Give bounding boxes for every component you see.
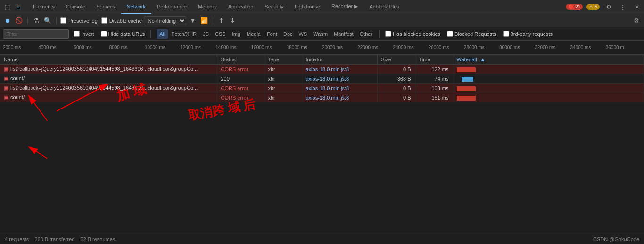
hide-data-urls-checkbox[interactable]	[101, 31, 107, 37]
disable-cache-label[interactable]: Disable cache	[101, 17, 142, 24]
tab-network[interactable]: Network	[121, 0, 151, 14]
search-icon[interactable]: 🔍	[43, 16, 52, 25]
row-initiator[interactable]: axios-18.0.min.js:8	[302, 74, 377, 84]
tab-performance[interactable]: Performance	[151, 0, 192, 14]
upload-icon[interactable]: ⬆	[217, 16, 226, 25]
timeline-label: 12000 ms	[180, 45, 215, 50]
tab-application[interactable]: Application	[223, 0, 259, 14]
type-img[interactable]: Img	[229, 29, 243, 39]
settings-right-icon[interactable]: ⚙	[632, 16, 641, 25]
has-blocked-label[interactable]: Has blocked cookies	[383, 29, 442, 39]
settings-icon[interactable]: ⚙	[603, 2, 614, 12]
col-name[interactable]: Name	[0, 55, 217, 65]
tab-bar-right: 🔴 21 ⚠ 5 ⚙ ⋮ ✕	[566, 2, 642, 12]
third-party-label[interactable]: 3rd-party requests	[501, 29, 554, 39]
row-initiator[interactable]: axios-18.0.min.js:8	[302, 93, 377, 102]
row-name-text: count/	[10, 94, 25, 100]
row-error-icon: ▣	[4, 85, 8, 91]
row-initiator[interactable]: axios-18.0.min.js:8	[302, 65, 377, 74]
type-manifest[interactable]: Manifest	[331, 29, 356, 39]
tab-adblock[interactable]: Adblock Plus	[363, 0, 405, 14]
blocked-requests-label[interactable]: Blocked Requests	[445, 29, 498, 39]
warning-icon: ⚠	[589, 4, 593, 9]
initiator-link[interactable]: axios-18.0.min.js:8	[306, 85, 349, 91]
row-name: ▣count/	[0, 93, 217, 102]
row-name-text: count/	[10, 76, 25, 81]
tab-memory[interactable]: Memory	[192, 0, 223, 14]
type-other[interactable]: Other	[357, 29, 376, 39]
record-icon[interactable]: ⏺	[3, 16, 12, 25]
invert-checkbox[interactable]	[74, 31, 80, 37]
disable-cache-checkbox[interactable]	[101, 17, 107, 24]
filter-bar: Invert Hide data URLs All Fetch/XHR JS C…	[0, 27, 644, 41]
tab-console[interactable]: Console	[60, 0, 91, 14]
more-icon[interactable]: ⋮	[618, 2, 628, 12]
type-doc[interactable]: Doc	[281, 29, 296, 39]
tab-security[interactable]: Security	[259, 0, 289, 14]
preserve-log-checkbox[interactable]	[60, 17, 66, 24]
col-size[interactable]: Size	[377, 55, 415, 65]
waterfall-bar	[457, 96, 476, 101]
col-initiator[interactable]: Initiator	[302, 55, 377, 65]
type-ws[interactable]: WS	[296, 29, 310, 39]
throttle-arrow-icon[interactable]: ▼	[188, 16, 198, 25]
type-js[interactable]: JS	[200, 29, 212, 39]
table-row[interactable]: ▣count/200xhraxios-18.0.min.js:8368 B74 …	[0, 74, 644, 84]
waterfall-bar	[462, 77, 473, 82]
clear-icon[interactable]: 🚫	[14, 16, 24, 25]
table-row[interactable]: ▣count/CORS errorxhraxios-18.0.min.js:80…	[0, 93, 644, 102]
tab-lighthouse[interactable]: Lighthouse	[289, 0, 326, 14]
tab-sources[interactable]: Sources	[91, 0, 121, 14]
close-icon[interactable]: ✕	[632, 2, 642, 12]
col-status[interactable]: Status	[217, 55, 264, 65]
preserve-log-label[interactable]: Preserve log	[60, 17, 98, 24]
filter-sep-2	[379, 30, 380, 38]
initiator-link[interactable]: axios-18.0.min.js:8	[306, 95, 349, 101]
type-css[interactable]: CSS	[212, 29, 229, 39]
third-party-checkbox[interactable]	[503, 31, 509, 37]
table-row[interactable]: ▣list?callback=jQuery1124003561040491544…	[0, 84, 644, 93]
tab-recorder[interactable]: Recorder ▶	[326, 0, 363, 14]
cursor-icon[interactable]: ⬚	[2, 2, 12, 12]
blocked-requests-checkbox[interactable]	[447, 31, 453, 37]
row-initiator[interactable]: axios-18.0.min.js:8	[302, 84, 377, 93]
has-blocked-checkbox[interactable]	[385, 31, 391, 37]
network-toolbar: ⏺ 🚫 ⚗ 🔍 Preserve log Disable cache No th…	[0, 14, 644, 27]
timeline-label: 34000 ms	[570, 45, 606, 50]
wifi-icon[interactable]: 📶	[199, 16, 209, 25]
timeline-label: 18000 ms	[287, 45, 322, 50]
table-header: Name Status Type Initiator Size Time Wat…	[0, 55, 644, 65]
mobile-icon[interactable]: 📱	[13, 2, 24, 12]
download-icon[interactable]: ⬇	[228, 16, 238, 25]
type-media[interactable]: Media	[244, 29, 264, 39]
initiator-link[interactable]: axios-18.0.min.js:8	[306, 67, 349, 72]
col-type[interactable]: Type	[264, 55, 302, 65]
network-table: Name Status Type Initiator Size Time Wat…	[0, 55, 644, 102]
timeline-label: 2000 ms	[3, 45, 38, 50]
row-waterfall	[453, 84, 644, 93]
type-font[interactable]: Font	[264, 29, 280, 39]
timeline-label: 30000 ms	[499, 45, 535, 50]
type-fetch[interactable]: Fetch/XHR	[168, 29, 199, 39]
col-time[interactable]: Time	[415, 55, 453, 65]
hide-data-urls-label[interactable]: Hide data URLs	[99, 29, 147, 39]
filter-icon[interactable]: ⚗	[32, 16, 41, 25]
type-filter: All Fetch/XHR JS CSS Img Media Font Doc …	[157, 29, 375, 39]
invert-label[interactable]: Invert	[72, 29, 96, 39]
throttle-select[interactable]: No throttling	[144, 16, 186, 25]
filter-input[interactable]	[3, 29, 69, 39]
third-party-text: 3rd-party requests	[511, 31, 553, 37]
col-waterfall[interactable]: Waterfall ▲	[453, 55, 644, 65]
type-all[interactable]: All	[157, 29, 168, 39]
row-status: CORS error	[217, 65, 264, 74]
error-icon: 🔴	[568, 4, 574, 9]
type-wasm[interactable]: Wasm	[310, 29, 330, 39]
timeline-label: 20000 ms	[322, 45, 357, 50]
table-row[interactable]: ▣list?callback=jQuery1124003561040491544…	[0, 65, 644, 74]
initiator-link[interactable]: axios-18.0.min.js:8	[306, 76, 349, 82]
tab-elements[interactable]: Elements	[27, 0, 60, 14]
row-waterfall	[453, 65, 644, 74]
network-table-container: Name Status Type Initiator Size Time Wat…	[0, 55, 644, 234]
row-size: 0 B	[377, 65, 415, 74]
row-name: ▣list?callback=jQuery1124003561040491544…	[0, 65, 217, 74]
